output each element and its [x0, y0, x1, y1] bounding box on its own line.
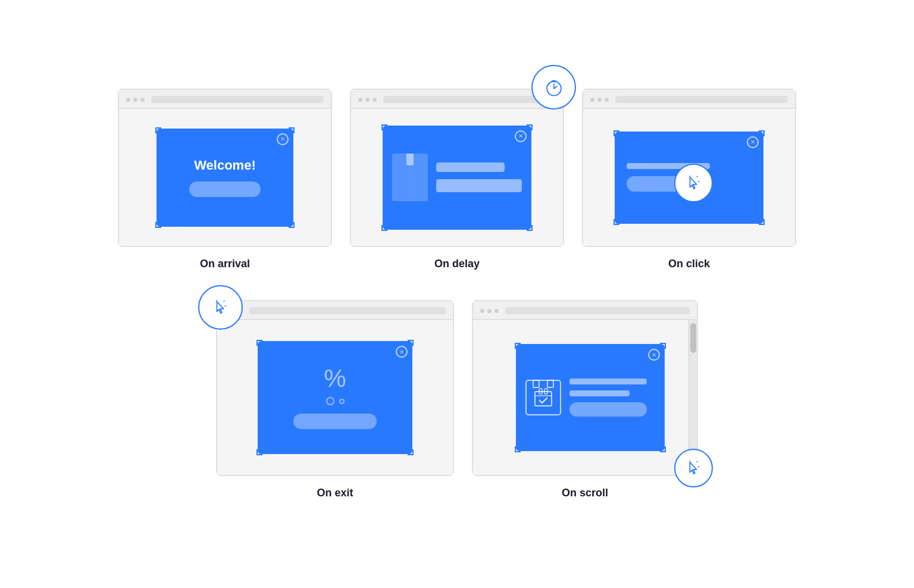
tick-tr [759, 130, 765, 136]
tick-bl [515, 446, 521, 452]
scroll-thumb [690, 323, 696, 353]
svg-line-7 [696, 176, 697, 177]
tick-br [527, 225, 533, 231]
delay-content-lines [436, 162, 522, 192]
tick-tr [660, 343, 666, 349]
arrival-cta-btn [189, 182, 261, 197]
exit-dot-2 [339, 399, 345, 404]
browser-delay: ✕ [350, 89, 564, 247]
browser-body-delay: ✕ [351, 109, 563, 246]
tick-bl [613, 219, 619, 225]
svg-line-17 [696, 461, 697, 462]
browser-exit: ✕ % [216, 300, 454, 476]
exit-cta-btn [293, 414, 377, 429]
scroll-content [569, 379, 655, 417]
card-scroll[interactable]: ✕ [472, 300, 698, 499]
browser-body-click: ✕ [583, 109, 795, 246]
popup-arrival: ✕ Welcome! [156, 129, 293, 227]
delay-line-2 [436, 179, 522, 192]
trigger-options-grid: ✕ Welcome! On arrival [40, 89, 874, 499]
svg-line-10 [223, 300, 224, 301]
tick-br [289, 222, 295, 228]
calendar-svg [533, 387, 554, 408]
tick-tl [515, 343, 521, 349]
popup-scroll: ✕ [516, 344, 665, 451]
tick-bl [256, 449, 262, 455]
card-arrival[interactable]: ✕ Welcome! On arrival [118, 89, 332, 270]
browser-scroll: ✕ [472, 300, 698, 476]
browser-body-exit: ✕ % [217, 320, 453, 475]
tick-tr [289, 127, 295, 133]
browser-top-delay [351, 90, 563, 109]
cursor-exit-icon [198, 285, 243, 330]
exit-label: On exit [317, 487, 353, 499]
url-bar [249, 307, 446, 314]
exit-dot-1 [326, 397, 334, 405]
card-exit[interactable]: ✕ % On exit [216, 300, 454, 499]
cursor-svg [686, 175, 702, 192]
tick-br [408, 449, 414, 455]
tick-tl [256, 340, 262, 346]
tick-tl [381, 124, 387, 130]
cursor-click-icon [674, 164, 713, 202]
popup-click: ✕ [615, 132, 763, 224]
popup-exit: ✕ % [258, 341, 412, 454]
dot1 [126, 98, 130, 102]
click-btn-row [627, 176, 686, 192]
browser-top-arrival [119, 90, 331, 109]
scroll-cta-btn [569, 402, 647, 417]
bottom-row: ✕ % On exit [40, 300, 874, 499]
popup-close: ✕ [648, 349, 660, 361]
click-label: On click [668, 258, 710, 270]
svg-rect-11 [535, 392, 552, 406]
timer-svg [544, 77, 564, 98]
dot2 [597, 98, 602, 102]
dot2 [487, 309, 492, 313]
browser-body-arrival: ✕ Welcome! [119, 109, 331, 246]
popup-close: ✕ [515, 130, 527, 142]
dot1 [480, 309, 484, 313]
dot1 [358, 98, 362, 102]
url-bar [615, 96, 788, 103]
dot2 [133, 98, 137, 102]
popup-close: ✕ [396, 346, 408, 358]
browser-top-scroll [473, 301, 697, 320]
top-row: ✕ Welcome! On arrival [40, 89, 874, 270]
url-bar [383, 96, 556, 103]
scroll-line-2 [569, 390, 630, 396]
book-icon [392, 154, 428, 201]
dot3 [605, 98, 609, 102]
arrival-label: On arrival [200, 258, 250, 270]
tick-tr [408, 340, 414, 346]
tick-tl [155, 127, 161, 133]
tick-bl [381, 225, 387, 231]
browser-top-click [583, 90, 795, 109]
browser-click: ✕ [582, 89, 796, 247]
dot1 [590, 98, 594, 102]
dot3 [494, 309, 499, 313]
delay-label: On delay [434, 258, 480, 270]
exit-dots [326, 397, 345, 405]
tick-tr [527, 124, 533, 130]
url-bar [151, 96, 324, 103]
cursor-scroll-svg [686, 460, 702, 477]
timer-icon [531, 65, 576, 110]
popup-delay: ✕ [383, 126, 531, 230]
tick-tl [613, 130, 619, 136]
popup-close: ✕ [747, 136, 759, 148]
tick-br [759, 219, 765, 225]
scroll-label: On scroll [562, 487, 608, 499]
dot3 [373, 98, 377, 102]
url-bar [505, 307, 690, 314]
welcome-text: Welcome! [194, 158, 256, 173]
cursor-scroll-icon [674, 449, 713, 487]
card-click[interactable]: ✕ [582, 89, 796, 270]
browser-arrival: ✕ Welcome! [118, 89, 332, 247]
browser-body-scroll: ✕ [473, 320, 697, 475]
tick-bl [155, 222, 161, 228]
calendar-icon [525, 380, 561, 415]
dot2 [365, 98, 370, 102]
cursor-exit-svg [212, 299, 229, 316]
scroll-line-1 [569, 379, 647, 384]
card-delay[interactable]: ✕ On delay [350, 89, 564, 270]
